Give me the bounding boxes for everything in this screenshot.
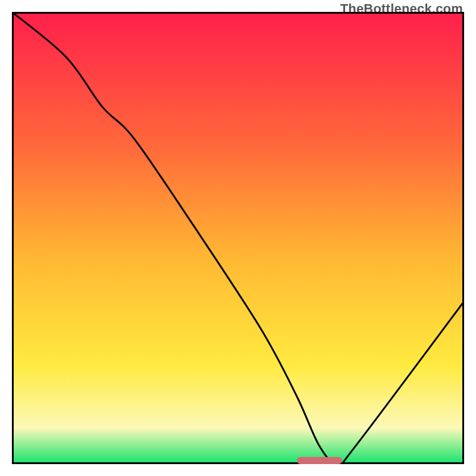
optimal-range-marker xyxy=(297,457,342,464)
chart-frame xyxy=(12,12,464,464)
chart-background xyxy=(12,12,464,464)
chart-svg xyxy=(12,12,464,464)
